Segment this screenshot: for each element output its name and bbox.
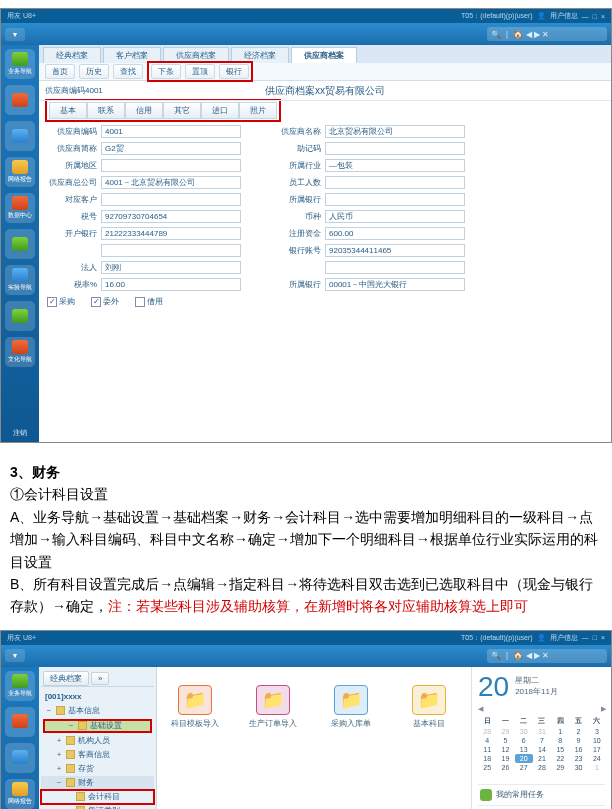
field-input[interactable]: 92035344411465	[325, 244, 465, 257]
field-input[interactable]	[325, 193, 465, 206]
todo-item[interactable]: 我的常用任务	[478, 784, 605, 805]
field-input[interactable]	[325, 142, 465, 155]
calendar-day[interactable]: 3	[588, 727, 606, 736]
form-tab[interactable]: 进口	[201, 102, 239, 119]
checkbox[interactable]: ✓采购	[47, 296, 75, 307]
find-btn[interactable]: 查找	[113, 64, 143, 79]
form-tab[interactable]: 联系	[87, 102, 125, 119]
sidebar-item[interactable]	[5, 301, 35, 331]
global-search-2[interactable]: 🔍 ｜ 🏠 ◀ ▶ ✕	[487, 649, 607, 663]
user-menu-icon-2[interactable]: 👤	[537, 634, 546, 642]
field-input[interactable]: 600.00	[325, 227, 465, 240]
field-input[interactable]: 4001－北京贸易有限公司	[101, 176, 241, 189]
maximize-icon[interactable]: □	[593, 13, 597, 20]
desktop-shortcut[interactable]: 📁生产订单导入	[249, 685, 297, 729]
close-icon-2[interactable]: ×	[601, 634, 605, 641]
minimize-icon-2[interactable]: —	[582, 634, 589, 641]
field-input[interactable]: 21222333444789	[101, 227, 241, 240]
field-input[interactable]: —包装	[325, 159, 465, 172]
calendar-day[interactable]: 30	[515, 727, 533, 736]
field-input[interactable]	[325, 176, 465, 189]
sidebar-item[interactable]	[5, 121, 35, 151]
home-btn[interactable]: 首页	[45, 64, 75, 79]
sidebar-item[interactable]	[5, 743, 35, 773]
calendar-day[interactable]: 31	[533, 727, 551, 736]
checkbox[interactable]: ✓委外	[91, 296, 119, 307]
calendar-day[interactable]: 28	[478, 727, 496, 736]
calendar-day[interactable]: 28	[533, 763, 551, 772]
calendar-day[interactable]: 11	[478, 745, 496, 754]
sidebar-item[interactable]: 网络报告	[5, 779, 35, 809]
history-btn[interactable]: 历史	[79, 64, 109, 79]
field-input[interactable]: 16.00	[101, 278, 241, 291]
tree-tab-main[interactable]: 经典档案	[43, 671, 89, 686]
cal-next-icon[interactable]: ▶	[601, 705, 606, 713]
desktop-shortcut[interactable]: 📁采购入库单	[327, 685, 375, 729]
calendar-day[interactable]: 17	[588, 745, 606, 754]
form-tab[interactable]: 基本	[49, 102, 87, 119]
global-search[interactable]: 🔍 ｜ 🏠 ◀ ▶ ✕	[487, 27, 607, 41]
field-input[interactable]	[101, 159, 241, 172]
desktop-shortcut[interactable]: 📁基本科目	[405, 685, 453, 729]
calendar-day[interactable]: 1	[588, 763, 606, 772]
field-input[interactable]: 人民币	[325, 210, 465, 223]
todo-item[interactable]: 被退回的单据	[478, 805, 605, 809]
calendar-day[interactable]: 2	[569, 727, 587, 736]
sidebar-item[interactable]: 网络报告	[5, 157, 35, 187]
sidebar-item[interactable]	[5, 85, 35, 115]
calendar-day[interactable]: 9	[569, 736, 587, 745]
sidebar-item[interactable]: 实验导航	[5, 265, 35, 295]
page-tab[interactable]: 供应商档案	[291, 47, 357, 63]
field-input[interactable]	[101, 193, 241, 206]
calendar-day[interactable]: 29	[496, 727, 514, 736]
field-input[interactable]	[101, 244, 241, 257]
minimize-icon[interactable]: —	[582, 13, 589, 20]
btn-next[interactable]: 下条	[151, 64, 181, 79]
calendar-day[interactable]: 25	[478, 763, 496, 772]
page-tab[interactable]: 经典档案	[43, 47, 101, 63]
calendar-day[interactable]: 19	[496, 754, 514, 763]
form-tab[interactable]: 信用	[125, 102, 163, 119]
calendar-day[interactable]: 12	[496, 745, 514, 754]
calendar-day[interactable]: 10	[588, 736, 606, 745]
field-input[interactable]: 刘刚	[101, 261, 241, 274]
calendar-day[interactable]: 22	[551, 754, 569, 763]
maximize-icon-2[interactable]: □	[593, 634, 597, 641]
checkbox[interactable]: 借用	[135, 296, 163, 307]
close-icon[interactable]: ×	[601, 13, 605, 20]
sidebar-item[interactable]: 文化导航	[5, 337, 35, 367]
field-input[interactable]: 4001	[101, 125, 241, 138]
calendar-day[interactable]: 27	[515, 763, 533, 772]
tree-node[interactable]: +机构人员	[41, 734, 154, 748]
field-input[interactable]: 北京贸易有限公司	[325, 125, 465, 138]
sidebar-item[interactable]: 业务导航	[5, 671, 35, 701]
calendar-day[interactable]: 24	[588, 754, 606, 763]
cal-prev-icon[interactable]: ◀	[478, 705, 483, 713]
calendar-day[interactable]: 1	[551, 727, 569, 736]
user-menu-icon[interactable]: 👤	[537, 12, 546, 20]
calendar-day[interactable]: 8	[551, 736, 569, 745]
sidebar-item[interactable]	[5, 707, 35, 737]
calendar-day[interactable]: 21	[533, 754, 551, 763]
calendar-day[interactable]: 6	[515, 736, 533, 745]
calendar-day[interactable]: 30	[569, 763, 587, 772]
sidebar-item[interactable]	[5, 229, 35, 259]
calendar-day[interactable]: 14	[533, 745, 551, 754]
tree-node[interactable]: +存货	[41, 762, 154, 776]
field-input[interactable]: G2贸	[101, 142, 241, 155]
desktop-shortcut[interactable]: 📁科目模板导入	[171, 685, 219, 729]
tree-node[interactable]: 凭证类别	[41, 804, 154, 809]
calendar-day[interactable]: 29	[551, 763, 569, 772]
calendar-day[interactable]: 15	[551, 745, 569, 754]
logout-sidebar[interactable]: 注销	[13, 424, 27, 442]
field-input[interactable]: 92709730704654	[101, 210, 241, 223]
calendar-day[interactable]: 5	[496, 736, 514, 745]
calendar-day[interactable]: 20	[515, 754, 533, 763]
tree-node[interactable]: −基础设置	[43, 719, 152, 733]
form-tab[interactable]: 照片	[239, 102, 277, 119]
tree-node[interactable]: +客商信息	[41, 748, 154, 762]
tree-node[interactable]: 会计科目	[41, 790, 154, 804]
btn-bank[interactable]: 银行	[219, 64, 249, 79]
calendar-day[interactable]: 26	[496, 763, 514, 772]
field-input[interactable]: 00001－中国光大银行	[325, 278, 465, 291]
